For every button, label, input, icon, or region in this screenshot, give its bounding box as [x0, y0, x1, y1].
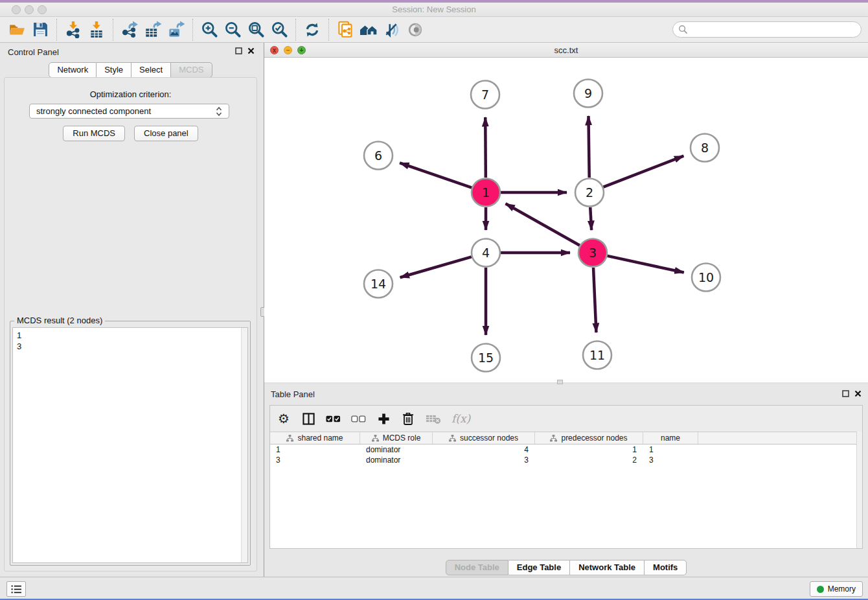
table-cell[interactable]: 1 [643, 444, 698, 455]
import-table-from-file-button[interactable] [85, 19, 108, 41]
export-table-button[interactable] [141, 19, 165, 41]
zoom-selected-icon [271, 21, 288, 38]
edge-2-8[interactable] [603, 156, 683, 187]
control-panel-title: Control Panel [8, 47, 59, 57]
column-type-icon [550, 435, 557, 442]
table-cell[interactable]: 1 [270, 444, 360, 455]
table-settings-button[interactable]: ⚙ [277, 410, 291, 427]
control-tab-select[interactable]: Select [131, 62, 171, 78]
table-cell[interactable]: dominator [360, 444, 433, 455]
run-mcds-button[interactable]: Run MCDS [63, 126, 125, 141]
open-session-button[interactable] [5, 19, 29, 41]
control-tab-network[interactable]: Network [49, 62, 97, 78]
table-tabs: Node TableEdge TableNetwork TableMotifs [264, 560, 868, 575]
edge-2-3[interactable] [590, 207, 591, 230]
refresh-icon [304, 21, 321, 38]
network-view-window: x – + scc.txt 7968124314101511 [264, 43, 868, 384]
column-header-shared-name[interactable]: shared name [270, 432, 360, 444]
toolbar-separator [192, 19, 193, 41]
memory-button[interactable]: Memory [810, 581, 863, 597]
network-graph: 7968124314101511 [264, 58, 868, 382]
edge-3-1[interactable] [505, 203, 579, 246]
control-tab-style[interactable]: Style [97, 62, 131, 78]
zoom-out-button[interactable] [221, 19, 244, 41]
fit-content-button[interactable] [244, 19, 268, 41]
hide-graphics-details-button[interactable] [380, 19, 404, 41]
network-window-titlebar[interactable]: x – + scc.txt [264, 43, 868, 58]
table-tab-edge-table[interactable]: Edge Table [508, 560, 570, 575]
edge-2-9[interactable] [588, 116, 589, 178]
list-icon [11, 585, 22, 594]
search-field[interactable] [672, 21, 862, 38]
table-cell[interactable]: dominator [360, 455, 433, 465]
select-all-rows-button[interactable] [326, 410, 341, 427]
export-network-button[interactable] [118, 19, 141, 41]
network-file-button[interactable] [334, 19, 357, 41]
control-panel-tabs: NetworkStyleSelectMCDS [0, 62, 261, 78]
edge-3-10[interactable] [607, 256, 683, 273]
edge-4-14[interactable] [400, 257, 472, 277]
edge-3-11[interactable] [593, 268, 596, 332]
table-cell[interactable]: 4 [433, 444, 535, 455]
deselect-all-rows-button[interactable] [351, 410, 366, 427]
column-header-name[interactable]: name [643, 432, 698, 444]
main-toolbar [0, 17, 868, 43]
task-history-button[interactable] [6, 581, 26, 597]
update-view-button[interactable] [301, 19, 324, 41]
table-row[interactable]: 3dominator323 [270, 455, 862, 465]
mcds-panel: Optimization criterion: strongly connect… [4, 77, 257, 571]
column-header-successor-nodes[interactable]: successor nodes [433, 432, 535, 444]
hide-details-icon [383, 21, 400, 38]
zoom-out-icon [224, 21, 242, 38]
split-table-view-button[interactable] [301, 410, 315, 427]
column-header-predecessor-nodes[interactable]: predecessor nodes [535, 432, 643, 444]
close-panel-icon[interactable] [247, 47, 255, 54]
result-line: 1 [17, 330, 244, 341]
close-panel-button[interactable]: Close panel [134, 126, 198, 141]
mcds-result-text[interactable]: 13 [12, 327, 248, 563]
node-label-14: 14 [371, 277, 386, 291]
table-cell[interactable]: 1 [535, 444, 643, 455]
session-home-button[interactable] [357, 19, 380, 41]
table-tab-motifs[interactable]: Motifs [645, 560, 687, 575]
function-icon: f(x) [451, 412, 470, 425]
search-input[interactable] [691, 25, 853, 34]
result-scrollbar[interactable] [241, 328, 247, 562]
eye-icon [407, 21, 424, 38]
table-cell[interactable]: 3 [643, 455, 698, 465]
delete-table-button[interactable] [426, 410, 441, 427]
node-label-2: 2 [586, 185, 593, 200]
horizontal-splitter-handle[interactable] [557, 380, 563, 384]
import-network-from-file-button[interactable] [62, 19, 85, 41]
toolbar-separator [113, 19, 113, 41]
table-cell[interactable]: 3 [270, 455, 360, 465]
float-table-panel-icon[interactable] [842, 390, 849, 397]
table-cell[interactable]: 2 [535, 455, 643, 465]
table-tab-network-table[interactable]: Network Table [570, 560, 645, 575]
memory-status-icon [817, 586, 824, 593]
close-table-panel-icon[interactable] [854, 390, 862, 397]
export-image-button[interactable] [165, 19, 188, 41]
table-tab-node-table[interactable]: Node Table [446, 560, 508, 575]
table-cell[interactable]: 3 [433, 455, 535, 465]
zoom-in-button[interactable] [198, 19, 221, 41]
optimization-criterion-select[interactable]: strongly connected component [29, 104, 229, 119]
create-column-button[interactable] [376, 410, 391, 427]
function-builder-button[interactable]: f(x) [451, 410, 470, 427]
control-panel: Control Panel NetworkStyleSelectMCDS Opt… [0, 43, 261, 577]
titlebar[interactable]: Session: New Session [0, 3, 868, 17]
result-line: 3 [17, 341, 244, 352]
save-session-button[interactable] [29, 19, 52, 41]
network-canvas[interactable]: 7968124314101511 [264, 58, 868, 382]
table-scrollbar[interactable] [856, 432, 862, 548]
float-panel-icon[interactable] [235, 47, 242, 54]
control-tab-mcds[interactable]: MCDS [171, 62, 212, 78]
delete-column-button[interactable] [401, 410, 415, 427]
edge-1-7[interactable] [485, 117, 486, 178]
zoom-selected-button[interactable] [268, 19, 291, 41]
edge-1-6[interactable] [400, 163, 472, 187]
table-row[interactable]: 1dominator411 [270, 444, 862, 455]
column-header-mcds-role[interactable]: MCDS role [360, 432, 433, 444]
birds-eye-view-button[interactable] [404, 19, 427, 41]
plus-icon [378, 413, 390, 425]
